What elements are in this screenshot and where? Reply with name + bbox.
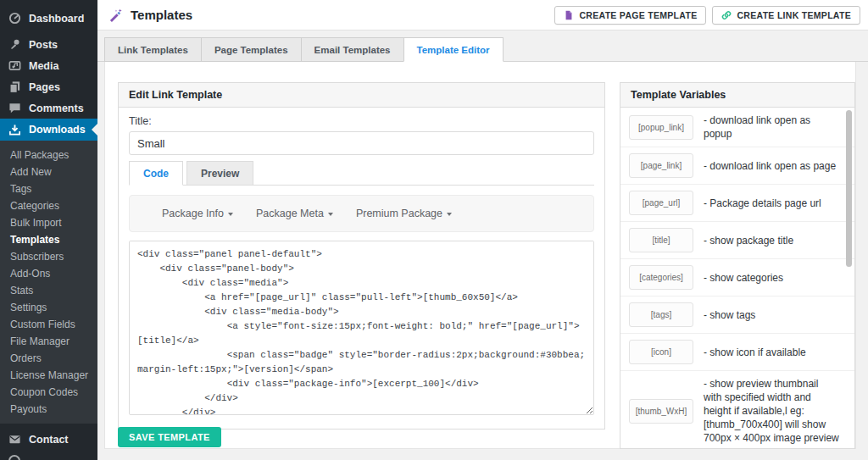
sidebar-item-label: Posts [29,39,58,51]
panel-body: Title: Code Preview Package Info Package… [119,108,604,429]
shortcode-toolbar: Package Info Package Meta Premium Packag… [129,195,594,232]
create-link-template-button[interactable]: CREATE LINK TEMPLATE [712,6,860,25]
variable-description: - show tags [704,308,755,322]
template-variables-panel: Template Variables [popup_link] - downlo… [620,82,855,449]
pages-icon [8,80,21,93]
variable-description: - show icon if available [704,346,806,359]
variable-tag[interactable]: [page_url] [629,191,693,215]
sidebar-item-pages[interactable]: Pages [0,76,97,97]
variable-description: - Package details page url [704,197,821,210]
create-page-template-button[interactable]: CREATE PAGE TEMPLATE [554,6,706,25]
variable-tag[interactable]: [categories] [629,265,693,290]
sidebar-item-comments[interactable]: Comments [0,97,97,119]
variable-tag[interactable]: [page_link] [629,153,693,178]
link-icon [721,10,732,20]
edit-link-template-panel: Edit Link Template Title: Code Preview P… [118,82,605,430]
dropdown-label: Package Info [162,208,224,219]
submenu-add-new[interactable]: Add New [0,163,97,180]
submenu-bulk-import[interactable]: Bulk Import [0,214,97,231]
panel-title: Edit Link Template [119,83,604,108]
variable-row: [page_url] - Package details page url [620,185,854,222]
tab-link-templates[interactable]: Link Templates [104,37,202,62]
save-template-button[interactable]: SAVE TEMPLATE [118,427,221,447]
variable-description: - show package title [704,234,793,247]
submenu-settings[interactable]: Settings [0,299,97,316]
variable-tag[interactable]: [tags] [629,302,693,327]
sidebar-item-label: Pages [29,81,60,93]
variable-description: - show categories [704,271,783,285]
button-label: CREATE PAGE TEMPLATE [579,10,697,20]
submenu-all-packages[interactable]: All Packages [0,147,97,163]
submenu-payouts[interactable]: Payouts [0,401,97,418]
title-label: Title: [129,115,594,127]
tab-content: Edit Link Template Title: Code Preview P… [104,62,856,449]
subtab-preview[interactable]: Preview [186,161,253,186]
downloads-submenu: All Packages Add New Tags Categories Bul… [0,141,97,424]
header-actions: CREATE PAGE TEMPLATE CREATE LINK TEMPLAT… [554,6,860,25]
variable-tag[interactable]: [popup_link] [629,115,693,140]
comment-icon [8,102,21,114]
subtab-code[interactable]: Code [129,161,183,186]
variable-description: - download link open as page [704,159,836,173]
sidebar-item-media[interactable]: Media [0,55,97,76]
premium-package-dropdown[interactable]: Premium Package [356,208,452,219]
editor-subtabs: Code Preview [129,161,594,186]
template-title-input[interactable] [129,131,594,155]
admin-menu: Dashboard Posts Media Pages Comment [0,0,97,450]
template-tabs: Link Templates Page Templates Email Temp… [97,30,868,62]
tab-page-templates[interactable]: Page Templates [201,37,302,62]
variable-row: [icon] - show icon if available [620,334,854,371]
page-title: Templates [131,8,192,22]
submenu-file-manager[interactable]: File Manager [0,333,97,350]
submenu-categories[interactable]: Categories [0,197,97,214]
package-info-dropdown[interactable]: Package Info [162,208,233,219]
submenu-stats[interactable]: Stats [0,282,97,299]
wpdm-templates-page: { "header": { "page_title": "Templates",… [0,0,868,460]
variable-tag[interactable]: [title] [629,228,693,252]
chevron-down-icon [228,213,233,219]
admin-sidebar: Dashboard Posts Media Pages Comment [0,0,97,460]
submenu-custom-fields[interactable]: Custom Fields [0,316,97,333]
sidebar-item-contact[interactable]: Contact [0,429,97,450]
template-code-textarea[interactable]: <div class="panel panel-default"> <div c… [129,241,594,415]
page-header: Templates CREATE PAGE TEMPLATE CREATE LI… [97,0,868,30]
tab-email-templates[interactable]: Email Templates [301,37,404,62]
chevron-down-icon [328,213,333,219]
submenu-templates[interactable]: Templates [0,231,97,248]
pin-icon [8,38,21,51]
tab-template-editor[interactable]: Template Editor [403,37,504,62]
variables-list: [popup_link] - download link open as pop… [620,108,854,449]
variable-row: [popup_link] - download link open as pop… [620,108,854,147]
sidebar-item-label: Dashboard [29,13,84,25]
variable-row: [categories] - show categories [620,259,854,297]
variable-tag[interactable]: [icon] [629,340,693,364]
sidebar-item-posts[interactable]: Posts [0,34,97,55]
variable-row: [thumb_WxH] - show preview thumbnail wit… [620,371,854,449]
submenu-license-manager[interactable]: License Manager [0,367,97,384]
media-icon [8,59,21,72]
variable-row: [title] - show package title [620,222,854,259]
sidebar-item-label: Media [29,60,58,72]
sidebar-item-dashboard[interactable]: Dashboard [0,8,97,29]
dashboard-icon [8,12,21,25]
magic-wand-icon [108,8,123,22]
submenu-orders[interactable]: Orders [0,350,97,367]
sidebar-item-downloads[interactable]: Downloads [0,119,97,141]
download-icon [8,124,21,136]
variables-scrollbar[interactable] [846,110,852,267]
submenu-subscribers[interactable]: Subscribers [0,248,97,265]
sidebar-item-label: Comments [29,103,84,114]
variable-row: [tags] - show tags [620,297,854,334]
clipped-menu-icon [8,455,20,460]
submenu-add-ons[interactable]: Add-Ons [0,265,97,282]
variable-description: - show preview thumbnail with specified … [704,377,839,445]
page-icon [564,10,574,20]
variable-description: - download link open as popup [704,114,839,141]
dropdown-label: Premium Package [356,208,442,219]
submenu-coupon-codes[interactable]: Coupon Codes [0,384,97,401]
variable-tag[interactable]: [thumb_WxH] [629,399,693,424]
chevron-down-icon [447,213,452,219]
package-meta-dropdown[interactable]: Package Meta [256,208,333,219]
submenu-tags[interactable]: Tags [0,180,97,197]
variable-row: [page_link] - download link open as page [620,147,854,185]
